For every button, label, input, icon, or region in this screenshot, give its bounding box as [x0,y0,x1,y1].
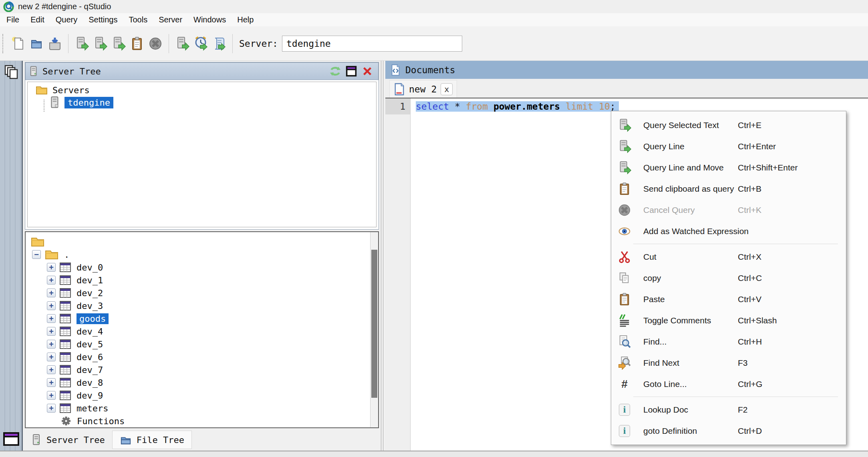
query-selected-text-button[interactable] [73,34,91,53]
info-icon: i [618,424,631,438]
panel-splitter[interactable] [381,61,383,451]
menu-item-goto-line[interactable]: # Goto Line... Ctrl+G [611,373,846,395]
menu-item-cut[interactable]: Cut Ctrl+X [611,246,846,267]
folder-icon [120,435,132,445]
close-tab-button[interactable]: x [441,83,453,95]
menu-item-lookup-doc[interactable]: i Lookup Doc F2 [611,399,846,420]
expand-plus-icon[interactable] [47,301,56,310]
tree-node-servers[interactable]: Servers [28,82,376,96]
query-server-button[interactable] [173,34,191,53]
collapse-minus-icon[interactable] [32,250,41,259]
send-clipboard-query-button[interactable] [128,34,146,53]
menu-item[interactable]: Server [153,14,188,26]
expand-plus-icon[interactable] [47,276,56,285]
expand-plus-icon[interactable] [47,365,56,374]
expand-plus-icon[interactable] [47,314,56,323]
clipboard-icon [618,182,631,196]
expand-plus-icon[interactable] [47,327,56,336]
documents-title: Documents [405,65,455,75]
table-icon [60,391,71,400]
maximize-panel-icon[interactable] [344,64,358,78]
table-name-label: dev_3 [77,301,103,311]
server-icon [32,434,42,446]
tree-row-table[interactable]: dev_6 [26,351,369,363]
menu-item[interactable]: Tools [123,14,153,26]
query-line-button[interactable] [91,34,109,53]
menu-separator [633,397,838,397]
vertical-scrollbar[interactable] [370,232,378,427]
tab-file-tree[interactable]: File Tree [112,431,192,449]
expand-plus-icon[interactable] [47,340,56,349]
menu-item[interactable]: File [1,14,25,26]
menu-item[interactable]: Settings [83,14,123,26]
menu-separator [633,244,838,244]
toolbar-drag-handle[interactable] [2,34,6,53]
menu-item-copy[interactable]: copy Ctrl+C [611,267,846,289]
expand-plus-icon[interactable] [47,404,56,413]
tab-server-tree[interactable]: Server Tree [25,431,112,449]
menu-item-query-line[interactable]: Query Line Ctrl+Enter [611,136,846,157]
query-line-move-button[interactable] [109,34,128,53]
line-number: 1 [385,98,410,114]
tree-row-table[interactable]: meters [26,402,369,415]
tree-row-table[interactable]: dev_0 [26,261,369,274]
expand-plus-icon[interactable] [47,391,56,400]
new-file-button[interactable] [9,34,27,53]
menu-item[interactable]: Query [50,14,83,26]
menu-item-add-as-watched-expression[interactable]: Add as Watched Expression [611,220,846,242]
menu-item-query-line-and-move[interactable]: Query Line and Move Ctrl+Shift+Enter [611,157,846,178]
close-panel-icon[interactable] [360,64,374,78]
server-tree-body: Servers tdengine [27,82,377,227]
minimized-window-icon[interactable] [2,431,20,447]
folder-icon [36,85,48,95]
tree-row-table[interactable]: goods [26,312,369,325]
document-tab-new2[interactable]: new 2 x [389,80,457,98]
expand-plus-icon[interactable] [47,353,56,361]
menu-item-send-clipboard-as-query[interactable]: Send clipboard as query Ctrl+B [611,178,846,199]
menu-item-toggle-comments[interactable]: Toggle Comments Ctrl+Slash [611,310,846,331]
open-file-button[interactable] [27,34,46,53]
menu-item-find-next[interactable]: Find Next F3 [611,352,846,373]
clipboard-icon [618,293,631,306]
menu-item-find[interactable]: Find... Ctrl+H [611,331,846,352]
menu-item-goto-definition[interactable]: i goto Definition Ctrl+D [611,420,846,441]
tree-node-functions[interactable]: Functions [26,415,369,427]
scrollbar-thumb[interactable] [371,250,377,398]
tree-row-table[interactable]: dev_2 [26,287,369,299]
menu-item[interactable]: Help [232,14,259,26]
tree-node-dot[interactable]: . [26,248,369,261]
cancel-icon [618,203,631,217]
table-icon [60,339,71,349]
tree-row-table[interactable]: dev_8 [26,376,369,389]
tree-row-table[interactable]: dev_9 [26,389,369,402]
editor-context-menu: Query Selected Text Ctrl+E Query Line Ct… [611,111,846,445]
tree-row-table[interactable]: dev_7 [26,363,369,376]
tree-node-server-tdengine[interactable]: tdengine [28,96,376,109]
toolbar: Server: [0,26,868,61]
refresh-icon[interactable] [328,64,342,78]
query-server-icon [618,118,631,132]
tree-row-table[interactable]: dev_4 [26,325,369,338]
tree-row-table[interactable]: dev_3 [26,299,369,312]
tree-row-table[interactable]: dev_1 [26,274,369,287]
tree-row-table[interactable]: dev_5 [26,338,369,351]
menu-item-query-selected-text[interactable]: Query Selected Text Ctrl+E [611,114,846,136]
table-icon [60,365,71,375]
expand-plus-icon[interactable] [47,378,56,387]
run-script-button[interactable] [210,34,228,53]
tree-root-folder[interactable] [26,235,369,248]
save-button[interactable] [46,34,64,53]
menu-item[interactable]: Windows [188,14,232,26]
server-input[interactable] [282,36,462,52]
menu-item[interactable]: Edit [25,14,50,26]
menu-item-paste[interactable]: Paste Ctrl+V [611,289,846,310]
selected-text: select * from power.meters limit 10; [416,101,619,112]
code-line: select * from power.meters limit 10; [410,98,619,114]
stacked-windows-icon[interactable] [4,64,20,80]
scheduled-query-button[interactable] [191,34,210,53]
table-name-label: dev_7 [77,365,103,375]
table-icon [60,352,71,362]
expand-plus-icon[interactable] [47,289,56,297]
tree-node-label: . [64,250,69,260]
expand-plus-icon[interactable] [47,263,56,272]
